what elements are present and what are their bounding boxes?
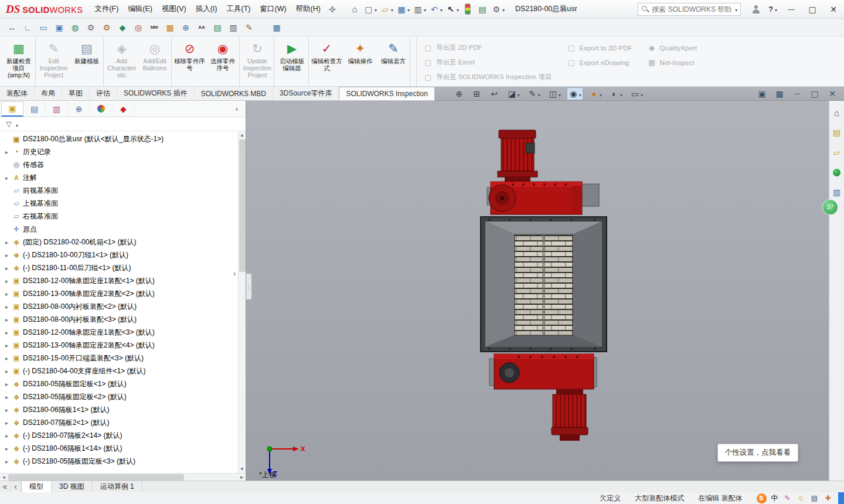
ime-emoji-icon[interactable] <box>797 494 805 503</box>
tree-item[interactable]: 前视基准面 <box>0 184 246 197</box>
tree-item[interactable]: 原点 <box>0 223 246 236</box>
menu-item[interactable]: 文件(F) <box>90 1 123 18</box>
expand-arrow-icon[interactable] <box>4 420 10 426</box>
ribbon-button[interactable]: 编辑操作 <box>343 38 377 86</box>
user-account-icon[interactable] <box>751 5 760 13</box>
tree-item[interactable]: DS2180-05隔板固定板<1> (默认) <box>0 377 246 390</box>
ribbon-button[interactable]: 编辑卖方 <box>377 38 410 86</box>
command-tab[interactable]: 评估 <box>90 87 117 100</box>
viewport-3d[interactable]: X Z *上视 <box>246 101 829 481</box>
scroll-down-icon[interactable] <box>239 465 246 473</box>
command-tab[interactable]: SOLIDWORKS MBD <box>195 87 273 100</box>
menu-item[interactable]: 视图(V) <box>157 1 191 18</box>
panel-tab[interactable] <box>68 101 90 117</box>
tree-item[interactable]: (-) DS2180-07隔板2<14> (默认) <box>0 429 246 442</box>
qat-button[interactable] <box>444 2 460 16</box>
ribbon-button[interactable]: 选择零件序号 <box>206 38 240 86</box>
document-tab[interactable]: 3D 视图 <box>52 481 93 492</box>
task-pane-button[interactable] <box>830 185 844 199</box>
filter-dropdown-icon[interactable] <box>15 119 18 130</box>
ribbon-button[interactable]: 启动模板编辑器 <box>275 38 309 86</box>
toolbar-button[interactable] <box>163 21 177 35</box>
tab-nav-start-icon[interactable] <box>0 481 11 492</box>
toolbar-button[interactable] <box>179 21 193 35</box>
toolbar-button[interactable] <box>131 21 145 35</box>
expand-arrow-icon[interactable] <box>4 291 10 297</box>
qat-button[interactable] <box>348 2 362 16</box>
tree-item[interactable]: 上视基准面 <box>0 197 246 210</box>
expand-arrow-icon[interactable] <box>4 278 10 284</box>
tree-item[interactable]: DS2180-05隔板固定板<2> (默认) <box>0 390 246 403</box>
toolbar-button[interactable] <box>270 21 284 35</box>
task-pane-button[interactable] <box>830 105 844 120</box>
tree-item[interactable]: (-) DS2180-10-00刀辊1<1> (默认) <box>0 248 246 261</box>
command-tab[interactable]: SOLIDWORKS 插件 <box>117 87 195 100</box>
toolbar-button[interactable] <box>21 21 35 35</box>
panel-tab[interactable] <box>46 101 68 117</box>
help-button[interactable]: ? <box>765 5 781 13</box>
expand-arrow-icon[interactable] <box>4 304 10 310</box>
panel-splitter-handle[interactable]: ⋮ <box>246 273 252 300</box>
tree-root-item[interactable]: DS2180-00总装usr (默认<默认_显示状态-1>) <box>0 132 246 145</box>
document-tab[interactable]: 模型 <box>21 481 52 492</box>
toolbar-button[interactable] <box>147 21 161 35</box>
ribbon-button[interactable]: 编辑检查方式 <box>310 38 343 86</box>
panel-tab[interactable] <box>23 101 46 117</box>
toolbar-button[interactable] <box>195 21 209 35</box>
toolbar-button[interactable] <box>242 21 256 35</box>
search-dropdown-icon[interactable] <box>734 5 737 13</box>
tree-flyout-icon[interactable]: › <box>233 270 236 278</box>
tree-item[interactable]: 传感器 <box>0 158 246 171</box>
toolbar-button[interactable] <box>52 21 66 35</box>
window-button[interactable] <box>802 0 823 19</box>
tree-item[interactable]: DS2180-06隔板1<1> (默认) <box>0 403 246 416</box>
document-tab[interactable]: 运动算例 1 <box>93 481 142 492</box>
notification-badge[interactable]: 37 <box>822 199 838 215</box>
window-button[interactable] <box>823 0 844 19</box>
task-pane-button[interactable] <box>830 165 844 179</box>
menu-item[interactable]: 工具(T) <box>222 1 256 18</box>
shredder-model[interactable] <box>478 125 614 445</box>
pin-icon[interactable] <box>325 2 339 16</box>
scroll-right-icon[interactable] <box>238 474 246 481</box>
qat-button[interactable] <box>379 2 394 16</box>
tree-item[interactable]: 历史记录 <box>0 145 246 158</box>
tree-item[interactable]: 右视基准面 <box>0 210 246 223</box>
menu-item[interactable]: 编辑(E) <box>123 1 157 18</box>
document-window-button[interactable] <box>755 88 769 99</box>
toolbar-button[interactable] <box>84 21 98 35</box>
tree-item[interactable]: DS2180-13-00轴承固定座2装配<4> (默认) <box>0 339 246 352</box>
ribbon-button[interactable]: 移除零件序号 <box>173 38 206 86</box>
qat-button[interactable] <box>411 2 427 16</box>
tree-item[interactable]: DS2180-12-00轴承固定座1装配<1> (默认) <box>0 274 246 287</box>
scrollbar-thumb[interactable] <box>239 139 246 272</box>
qat-button[interactable] <box>395 2 411 16</box>
task-pane-button[interactable] <box>830 125 844 139</box>
expand-arrow-icon[interactable] <box>4 433 10 439</box>
toolbar-button[interactable] <box>68 21 82 35</box>
command-tab[interactable]: 草图 <box>62 87 90 100</box>
ime-toolbox-icon[interactable] <box>823 494 832 503</box>
panel-tab[interactable] <box>1 101 23 117</box>
qat-button[interactable] <box>490 2 506 16</box>
document-window-button[interactable] <box>808 88 822 99</box>
command-tab[interactable]: SOLIDWORKS Inspection <box>339 87 434 100</box>
scrollbar-thumb[interactable] <box>8 474 184 481</box>
command-tab[interactable]: 3DSource零件库 <box>273 87 339 100</box>
tree-item[interactable]: DS2180-08-00内衬板装配<3> (默认) <box>0 313 246 326</box>
tree-item[interactable]: (-) DS2180-11-00后刀辊<1> (默认) <box>0 261 246 274</box>
tree-horizontal-scrollbar[interactable] <box>0 473 246 481</box>
command-tab[interactable]: 布局 <box>35 87 62 100</box>
tree-item[interactable]: DS2180-12-00轴承固定座1装配<3> (默认) <box>0 326 246 339</box>
heads-up-button[interactable] <box>587 87 604 100</box>
expand-arrow-icon[interactable] <box>4 316 10 323</box>
tree-vertical-scrollbar[interactable] <box>238 131 246 473</box>
tree-item[interactable]: DS2180-15-00开口端盖装配<3> (默认) <box>0 352 246 365</box>
ime-keyboard-icon[interactable] <box>810 494 819 503</box>
heads-up-button[interactable] <box>608 87 624 100</box>
scroll-up-icon[interactable] <box>239 131 246 139</box>
toolbar-button[interactable] <box>5 21 19 35</box>
expand-arrow-icon[interactable] <box>4 445 10 452</box>
ribbon-button[interactable]: 新建模板 <box>70 38 104 86</box>
panel-tab[interactable] <box>113 101 135 117</box>
